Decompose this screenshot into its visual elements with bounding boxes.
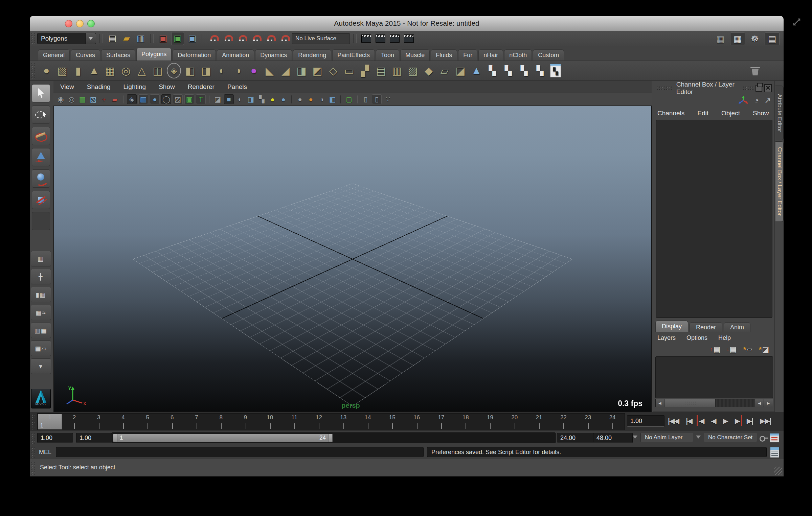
time-slider-grip[interactable] (31, 414, 35, 429)
group-divider[interactable] (150, 34, 154, 43)
image-plane-icon[interactable]: ▧ (89, 95, 98, 104)
bevel-icon[interactable]: ◇ (325, 62, 341, 79)
save-scene-icon[interactable]: ▥ (135, 32, 147, 45)
bookmark-icon[interactable]: ▤ (78, 95, 87, 104)
scroll-left-icon[interactable]: ◀ (656, 399, 664, 407)
help-line-grip[interactable] (31, 461, 35, 475)
panel-menu-item[interactable]: Show (159, 83, 175, 91)
live-surface-field[interactable]: No Live Surface (292, 33, 350, 44)
anim-layer-button[interactable]: No Anim Layer (640, 433, 693, 442)
textured-cube-icon[interactable]: ◨ (246, 95, 255, 104)
float-panel-icon[interactable] (755, 85, 762, 92)
snap-to-point-icon[interactable] (237, 32, 249, 45)
timeline-frame[interactable]: 15 (380, 414, 404, 430)
create-empty-layer-button[interactable]: *▱ (741, 345, 754, 355)
snap-to-grid-icon[interactable] (208, 32, 221, 45)
resize-grip-icon[interactable] (774, 467, 782, 475)
channel-list-empty[interactable] (656, 120, 772, 318)
play-backwards-button[interactable]: ◀ (710, 417, 716, 425)
group-divider[interactable] (202, 34, 205, 43)
shelf-tab[interactable]: Rendering (293, 49, 331, 61)
smooth-icon[interactable]: ◣ (262, 62, 277, 79)
animation-preferences-icon[interactable] (770, 433, 779, 443)
timeline-frame[interactable]: 14 (356, 414, 380, 430)
timeline-frame[interactable]: 11 (282, 414, 307, 430)
poly-sphere-icon[interactable]: ● (39, 62, 54, 79)
shelf-tab[interactable]: Deformation (173, 49, 216, 61)
timeline-frame[interactable]: 16 (404, 414, 429, 430)
panel-grip[interactable] (742, 86, 753, 91)
snap-to-curve-icon[interactable] (223, 32, 235, 45)
snap-to-projected-center-icon[interactable] (251, 32, 263, 45)
timeline-frame[interactable]: 18 (453, 414, 478, 430)
snap-to-view-plane-icon[interactable] (265, 32, 277, 45)
auto-keyframe-icon[interactable] (760, 435, 768, 441)
select-hierarchy-icon[interactable]: ▣ (157, 32, 169, 45)
playback-end-field[interactable]: 24.00 (557, 433, 594, 443)
timeline-frame[interactable]: 24 (600, 414, 625, 430)
viewport-canvas[interactable]: Y x persp 0.3 fps (53, 106, 652, 412)
separator[interactable] (357, 95, 358, 103)
append-polygon-icon[interactable]: ◪ (453, 62, 468, 79)
move-tool[interactable] (32, 148, 50, 166)
mel-command-input[interactable] (56, 447, 424, 457)
poly-cube-icon[interactable]: ▧ (54, 62, 70, 79)
move-layer-up-button[interactable]: ↑▤ (709, 345, 722, 355)
select-arrow-icon[interactable]: ↗ (764, 96, 771, 105)
insert-edge-loop-icon[interactable]: ▤ (373, 62, 389, 79)
timeline-frame[interactable]: 23 (576, 414, 600, 430)
select-object-icon[interactable]: ▣ (171, 32, 184, 45)
move-layer-down-button[interactable]: ↓▤ (725, 345, 738, 355)
use-default-material-icon[interactable]: ▣ (184, 94, 194, 104)
two-d-pan-zoom-icon[interactable]: + (99, 95, 109, 104)
uv-texture-editor-icon[interactable]: ▚ (550, 64, 561, 77)
timeline-frame[interactable]: 6 (160, 414, 184, 430)
window-resize-icon[interactable] (792, 18, 801, 26)
panel-grip[interactable] (656, 86, 672, 91)
group-divider[interactable] (353, 34, 357, 43)
multisample-icon[interactable]: ◧ (328, 95, 337, 104)
channel-box-toggle-icon[interactable]: ▦ (730, 32, 745, 45)
tab-attribute-editor[interactable]: Attribute Editor (775, 86, 784, 140)
poly-pipe-icon[interactable]: ◫ (150, 62, 165, 79)
range-slider-track[interactable]: 1 24 (112, 432, 556, 443)
script-editor-icon[interactable] (770, 447, 780, 458)
timeline-frame[interactable]: 4 (111, 414, 135, 430)
scroll-left-icon[interactable]: ◀ (755, 399, 764, 407)
crease-tool-icon[interactable]: ◆ (421, 62, 436, 79)
light-yellow-icon[interactable]: ● (268, 95, 277, 104)
scale-tool[interactable] (32, 191, 50, 209)
layout-persp-graph-outliner-button[interactable]: ▦▱ (31, 341, 51, 356)
last-tool-used-slot[interactable] (32, 212, 50, 230)
shading-graph-icon[interactable]: ∵ (383, 95, 392, 104)
shaded-icon[interactable]: ● (150, 94, 160, 104)
separator[interactable] (291, 95, 292, 103)
panel-menu-item[interactable]: Renderer (188, 83, 215, 91)
ipr-render-icon[interactable] (388, 32, 401, 45)
shelf-tab[interactable]: Surfaces (101, 49, 135, 61)
select-camera-icon[interactable]: ◉ (56, 95, 65, 104)
speed-control-icon[interactable]: ◔ (754, 96, 759, 105)
scroll-thumb[interactable] (664, 399, 716, 407)
camera-attributes-icon[interactable]: ◎ (67, 95, 76, 104)
shelf-tab[interactable]: Polygons (136, 48, 172, 61)
layout-single-pane-button[interactable]: ▦ (31, 251, 51, 266)
film-gate-icon[interactable]: ▥ (138, 94, 148, 104)
command-line-grip[interactable] (31, 447, 35, 459)
layer-editor-tab[interactable]: Render (690, 322, 722, 332)
title-bar[interactable]: Autodesk Maya 2015 - Not for Resale: unt… (30, 16, 784, 31)
character-set-button[interactable]: No Character Set (704, 433, 757, 442)
reduce-icon[interactable]: ◢ (278, 62, 293, 79)
texture-check-icon[interactable]: ▚ (257, 95, 266, 104)
timeline-frame[interactable]: 1 (38, 414, 62, 430)
uv-automatic-mapping-icon[interactable]: ▚ (484, 62, 500, 79)
scroll-right-icon[interactable]: ▶ (764, 399, 773, 407)
timeline-frame[interactable]: 2 (62, 414, 86, 430)
timeline-frame[interactable]: 9 (233, 414, 257, 430)
wireframe-icon[interactable]: ◈ (127, 94, 137, 104)
lasso-select-tool[interactable] (32, 105, 50, 124)
motion-blur-icon[interactable]: ◑ (317, 95, 326, 104)
layout-hypershade-persp-button[interactable]: ▥▦ (31, 323, 51, 338)
render-current-frame-icon[interactable] (374, 32, 386, 45)
tool-settings-toggle-icon[interactable]: ☸ (748, 33, 762, 45)
